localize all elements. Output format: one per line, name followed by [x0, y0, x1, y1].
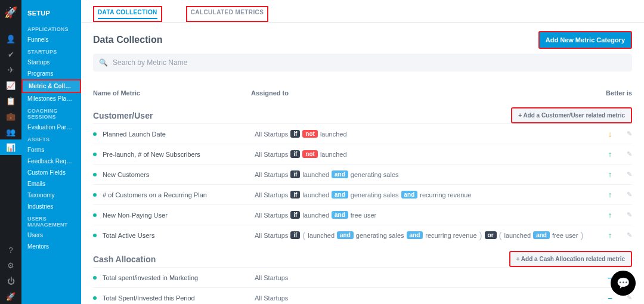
col-assigned: Assigned to	[251, 89, 590, 97]
status-dot	[93, 276, 97, 280]
assign-text: launched	[302, 191, 329, 198]
logic-token: and	[337, 231, 354, 239]
assign-text: All Startups	[255, 131, 288, 138]
status-dot	[93, 213, 97, 217]
assign-text: recurring revenue	[420, 191, 471, 198]
sidebar-title: SETUP	[21, 6, 81, 23]
sidebar-item[interactable]: Feedback Requests	[21, 156, 81, 167]
logic-token: and	[401, 191, 418, 198]
assign-text: All Startups	[255, 212, 288, 219]
sidebar-group-label: ASSETS	[21, 133, 81, 144]
tab[interactable]: DATA COLLECTION	[93, 6, 162, 22]
rail-icon[interactable]: 👥	[0, 124, 21, 139]
chat-launcher-button[interactable]: 💬	[611, 271, 636, 296]
assigned-to: All Startupsifnotlaunched	[255, 150, 600, 158]
assign-text: All Startups	[255, 151, 288, 158]
sidebar-item[interactable]: Programs	[21, 68, 81, 79]
tab-bar: DATA COLLECTIONCALCULATED METRICS	[81, 0, 644, 23]
assign-text: generating sales	[351, 191, 399, 198]
paren: (	[499, 231, 502, 240]
logic-token: and	[533, 231, 550, 239]
rail-icon[interactable]: 💼	[0, 108, 21, 124]
metric-name: Total spent/invested in Marketing	[103, 274, 255, 281]
rail-icon[interactable]: ✔	[0, 46, 21, 62]
sidebar-item[interactable]: Users	[21, 229, 81, 241]
sidebar-item[interactable]: Industries	[21, 201, 81, 212]
main-panel: DATA COLLECTIONCALCULATED METRICS Data C…	[81, 0, 644, 304]
metric-name: New Customers	[103, 171, 255, 178]
logic-token: not	[302, 130, 318, 138]
section-title: Cash Allocation	[93, 255, 156, 264]
rail-icon[interactable]: ⚙	[0, 258, 21, 273]
rail-icon[interactable]: ⏻	[0, 273, 21, 289]
search-input[interactable]: 🔍 Search by Metric Name	[93, 54, 632, 72]
sidebar-item[interactable]: Metric & Collection	[21, 79, 81, 93]
assigned-to: All Startupsif(launchedandgenerating sal…	[255, 231, 600, 240]
sidebar-item[interactable]: Custom Fields	[21, 167, 81, 178]
logic-token: not	[302, 150, 318, 158]
assign-text: All Startups	[255, 171, 288, 178]
assign-text: recurring revenue	[425, 232, 476, 239]
edit-icon[interactable]: ✎	[620, 150, 632, 158]
logic-token: and	[407, 231, 423, 239]
rail-icon[interactable]: 📊	[0, 139, 21, 155]
metric-name: Pre-launch, # of New Subscribers	[103, 151, 255, 158]
add-metric-button[interactable]: + Add a Customer/User related metric	[511, 107, 632, 123]
rail-icon[interactable]: 👤	[0, 31, 21, 46]
sidebar-item[interactable]: Evaluation Paramet...	[21, 122, 81, 133]
table-row: Pre-launch, # of New SubscribersAll Star…	[93, 144, 632, 164]
sidebar-group-label: COACHING SESSIONS	[21, 104, 81, 122]
sidebar-item[interactable]: Emails	[21, 178, 81, 190]
edit-icon[interactable]: ✎	[620, 231, 632, 239]
assign-text: All Startups	[255, 294, 288, 302]
better-indicator-icon: ↑	[600, 150, 620, 159]
rail-icon[interactable]: 📋	[0, 93, 21, 108]
metric-name: Planned Launch Date	[103, 131, 255, 138]
edit-icon[interactable]: ✎	[620, 191, 632, 198]
logic-token: if	[290, 211, 300, 219]
status-dot	[93, 296, 97, 300]
assign-text: generating sales	[356, 232, 404, 239]
assign-text: free user	[552, 232, 578, 239]
assign-text: free user	[351, 212, 376, 219]
sidebar-group-label: STARTUPS	[21, 45, 81, 57]
logic-token: if	[290, 150, 300, 158]
add-metric-category-button[interactable]: Add New Metric Category	[538, 31, 632, 49]
metric-name: New Non-Paying User	[103, 212, 255, 219]
rail-icon[interactable]: ✈	[0, 62, 21, 77]
edit-icon[interactable]: ✎	[620, 130, 632, 138]
logic-token: or	[485, 231, 497, 239]
edit-icon[interactable]: ✎	[620, 170, 632, 178]
assign-text: launched	[302, 171, 329, 178]
assigned-to: All Startupsifnotlaunched	[255, 130, 600, 138]
icon-rail: 🚀 👤✔✈📈📋💼👥📊 ?⚙⏻🚀	[0, 0, 21, 304]
sidebar-item[interactable]: Forms	[21, 144, 81, 156]
add-metric-button[interactable]: + Add a Cash Allocation related metric	[509, 251, 632, 267]
paren: )	[479, 231, 482, 240]
paren: )	[580, 231, 583, 240]
assign-text: generating sales	[351, 171, 399, 178]
search-placeholder: Search by Metric Name	[113, 58, 187, 67]
table-row: New CustomersAll Startupsiflaunchedandge…	[93, 164, 632, 184]
assign-text: All Startups	[255, 232, 288, 239]
rail-icon[interactable]: 🚀	[0, 289, 21, 304]
sidebar-item[interactable]: Mentors	[21, 241, 81, 252]
chat-icon: 💬	[617, 277, 630, 290]
metric-name: Total Active Users	[103, 232, 255, 239]
assign-text: All Startups	[255, 274, 288, 281]
better-indicator-icon: ↑	[600, 190, 620, 199]
sidebar-item[interactable]: Funnels	[21, 34, 81, 45]
sidebar-item[interactable]: Milestones Plan Te...	[21, 93, 81, 104]
sidebar-item[interactable]: Taxonomy	[21, 190, 81, 201]
better-indicator-icon: –	[600, 293, 620, 302]
tab[interactable]: CALCULATED METRICS	[186, 6, 269, 22]
table-row: # of Customers on a Recurring PlanAll St…	[93, 184, 632, 204]
rail-icon[interactable]: 📈	[0, 77, 21, 93]
col-better: Better is	[590, 89, 632, 97]
rail-icon[interactable]: ?	[0, 242, 21, 258]
sidebar-item[interactable]: Startups	[21, 57, 81, 68]
logic-token: if	[290, 130, 300, 138]
edit-icon[interactable]: ✎	[620, 211, 632, 219]
status-dot	[93, 153, 97, 156]
logic-token: if	[290, 170, 300, 178]
